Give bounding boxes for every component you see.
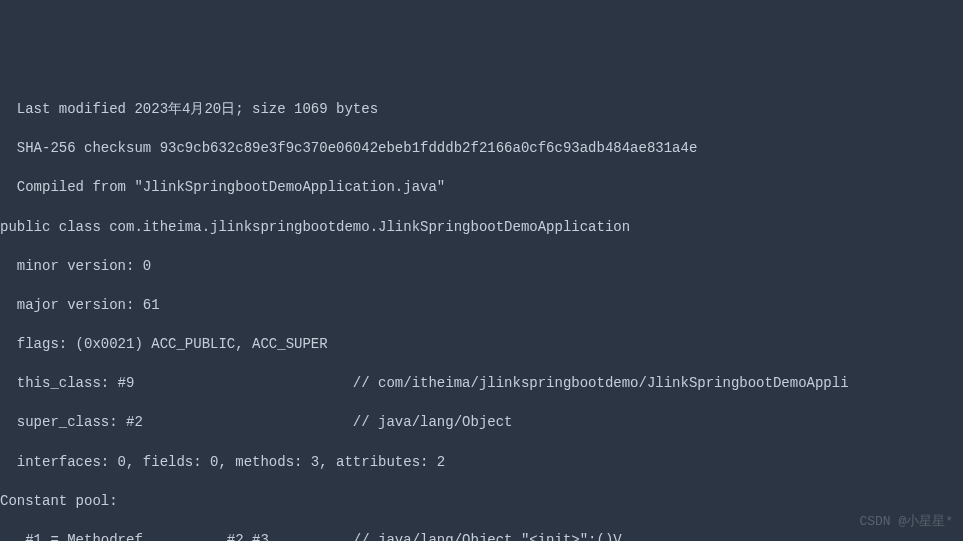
constant-pool-header: Constant pool: bbox=[0, 492, 963, 512]
super-class: super_class: #2 // java/lang/Object bbox=[0, 413, 963, 433]
minor-version: minor version: 0 bbox=[0, 257, 963, 277]
this-class: this_class: #9 // com/itheima/jlinksprin… bbox=[0, 374, 963, 394]
major-version: major version: 61 bbox=[0, 296, 963, 316]
interfaces-summary: interfaces: 0, fields: 0, methods: 3, at… bbox=[0, 453, 963, 473]
meta-compiled-from: Compiled from "JlinkSpringbootDemoApplic… bbox=[0, 178, 963, 198]
class-decl: public class com.itheima.jlinkspringboot… bbox=[0, 218, 963, 238]
flags: flags: (0x0021) ACC_PUBLIC, ACC_SUPER bbox=[0, 335, 963, 355]
watermark: CSDN @小星星* bbox=[859, 513, 953, 531]
terminal-output: Last modified 2023年4月20日; size 1069 byte… bbox=[0, 80, 963, 541]
meta-last-modified: Last modified 2023年4月20日; size 1069 byte… bbox=[0, 100, 963, 120]
pool-entry: #1 = Methodref #2.#3 // java/lang/Object… bbox=[0, 531, 963, 541]
meta-sha256: SHA-256 checksum 93c9cb632c89e3f9c370e06… bbox=[0, 139, 963, 159]
